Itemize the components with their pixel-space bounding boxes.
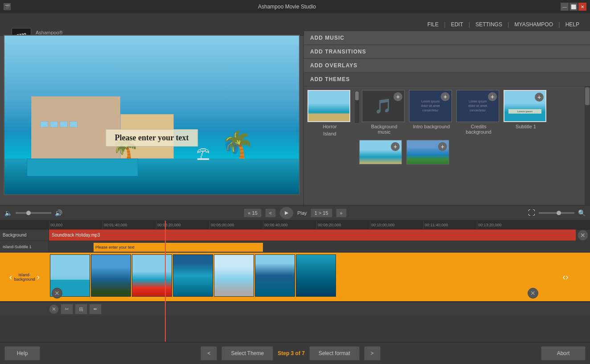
play-button[interactable]: ▶: [279, 207, 294, 219]
cut-tool-button[interactable]: ✂: [61, 304, 73, 315]
video-preview: 🌴 🌴 ⛱ Please enter your text 👣: [4, 35, 300, 195]
zoom-slider[interactable]: [539, 212, 574, 214]
credits-label: Creditsbackground: [456, 124, 501, 135]
window-title: Ashampoo Movie Studio: [13, 4, 561, 10]
app-icon: 🎬: [4, 3, 11, 10]
clips-row: ‹ Island-background ›: [0, 253, 590, 302]
timeline-area: 00,000 00:01:40,000 00:03:20,000 00:05:0…: [0, 221, 590, 342]
split-tool-button[interactable]: ⊞: [75, 304, 87, 315]
theme-card-bgmusic[interactable]: 🎵 + Backgroundmusic: [362, 90, 406, 135]
music-note-icon: 🎵: [374, 98, 392, 115]
bgmusic-label: Backgroundmusic: [362, 124, 406, 135]
bottom-bar: Help < Select Theme Step 3 of 7 Select f…: [0, 342, 590, 364]
clip-thumb-6[interactable]: [255, 254, 295, 297]
menu-file[interactable]: FILE: [424, 20, 442, 29]
background-track: Background Soundtrack Holiday.mp3 ✕: [0, 229, 590, 241]
panel-scrollbar[interactable]: [585, 86, 590, 205]
subtitle-track: Island-Subtitle 1 Please enter your text: [0, 241, 590, 253]
menu-edit[interactable]: EDIT: [447, 20, 467, 29]
clips-right-arrow-right[interactable]: ›: [565, 272, 569, 282]
edit-tool-button[interactable]: ✒: [89, 304, 102, 315]
page-nav-button[interactable]: 1 > 15: [311, 209, 332, 217]
clips-right-panel: ‹ ›: [541, 253, 590, 301]
transport-bar: 🔈 🔊 « 15 < ▶ Play 1 > 15 » ⛶ 🔍: [0, 205, 590, 221]
minimize-button[interactable]: —: [561, 3, 569, 11]
add-row2-2-button[interactable]: +: [438, 142, 447, 151]
close-button[interactable]: ✕: [578, 3, 586, 11]
add-subtitle-button[interactable]: +: [535, 93, 544, 102]
select-format-button[interactable]: Select format: [309, 346, 360, 360]
clips-left-panel: ‹ Island-background ›: [0, 253, 49, 301]
titlebar: 🎬 Ashampoo Movie Studio — ⬜ ✕: [0, 0, 590, 13]
add-intro-button[interactable]: +: [441, 92, 450, 101]
clip-thumb-4[interactable]: [173, 254, 213, 297]
clip-thumb-7[interactable]: [296, 254, 336, 297]
clip-thumb-2[interactable]: [91, 254, 131, 297]
volume-icon: 🔈: [4, 209, 12, 217]
add-row2-1-button[interactable]: +: [391, 142, 400, 151]
add-music-section[interactable]: ADD MUSIC: [304, 31, 590, 45]
theme-card-subtitle[interactable]: Lorem ipsum + Subtitle 1: [504, 90, 548, 129]
theme-main-label: Horror: [307, 124, 352, 129]
theme-sub-label: Island: [307, 131, 352, 136]
clips-right-arrow-left[interactable]: ›: [37, 272, 40, 282]
theme-card-credits[interactable]: Lorem ipsumdolor sit ametconsectetur + C…: [456, 90, 501, 135]
menu-myashampoo[interactable]: MYASHAMPOO: [511, 20, 557, 29]
play-label: Play: [297, 210, 307, 216]
subtitle-bar[interactable]: Please enter your text: [94, 243, 263, 252]
right-panel: ADD MUSIC ADD TRANSITIONS ADD OVERLAYS A…: [303, 31, 590, 205]
remove-bg-track-button[interactable]: ✕: [578, 230, 588, 241]
clips-content: [49, 253, 541, 301]
volume-max-icon: 🔊: [55, 209, 62, 217]
rewind-button[interactable]: « 15: [244, 209, 261, 217]
bg-track-bar: Soundtrack Holiday.mp3: [49, 229, 576, 241]
fullscreen-icon[interactable]: ⛶: [528, 209, 535, 217]
intro-label: Intro background: [409, 124, 454, 129]
timeline-ruler: 00,000 00:01:40,000 00:03:20,000 00:05:0…: [0, 221, 590, 229]
remove-tool-button[interactable]: ✕: [49, 304, 59, 314]
add-credits-button[interactable]: +: [488, 92, 497, 101]
prev-button[interactable]: <: [265, 209, 276, 217]
clips-left-arrow-right[interactable]: ‹: [562, 272, 565, 282]
add-overlays-section[interactable]: ADD OVERLAYS: [304, 59, 590, 73]
preview-text-overlay: Please enter your text: [106, 129, 198, 147]
restore-button[interactable]: ⬜: [570, 3, 578, 11]
clip-thumb-5[interactable]: [214, 254, 254, 297]
tool-row: ✕ ✂ ⊞ ✒: [0, 302, 590, 316]
zoom-out-icon: 🔍: [578, 209, 586, 217]
select-theme-prev-button[interactable]: <: [201, 346, 217, 360]
help-button[interactable]: Help: [4, 346, 40, 360]
fast-fwd-button[interactable]: »: [336, 209, 347, 217]
bg-track-label: Background: [0, 229, 49, 241]
clips-left-arrow[interactable]: ‹: [9, 272, 12, 282]
timeline-tracks: Background Soundtrack Holiday.mp3 ✕ Isla…: [0, 229, 590, 316]
step-indicator: Step 3 of 7: [278, 350, 305, 356]
theme-card-row2-1[interactable]: +: [359, 140, 404, 164]
remove-clips-track-button[interactable]: ✕: [52, 288, 62, 299]
add-transitions-section[interactable]: ADD TRANSITIONS: [304, 45, 590, 59]
add-bgmusic-button[interactable]: +: [393, 92, 402, 101]
menu-help[interactable]: HELP: [562, 20, 583, 29]
clip-thumb-3[interactable]: [132, 254, 172, 297]
menu-settings[interactable]: SETTINGS: [472, 20, 506, 29]
subtitle-track-label: Island-Subtitle 1: [0, 241, 49, 252]
subtitle-label: Subtitle 1: [504, 124, 548, 129]
menubar: FILE | EDIT | SETTINGS | MYASHAMPOO | HE…: [424, 20, 583, 29]
volume-slider[interactable]: [16, 212, 51, 214]
theme-card-main[interactable]: Horror Island: [307, 90, 352, 136]
add-themes-section[interactable]: ADD THEMES: [304, 73, 590, 86]
select-theme-button[interactable]: Select Theme: [221, 346, 273, 360]
select-format-next-button[interactable]: >: [364, 346, 381, 360]
theme-card-row2-2[interactable]: +: [406, 140, 451, 164]
abort-button[interactable]: Abort: [541, 346, 586, 360]
theme-card-intro[interactable]: Lorem ipsumdolor sit ametconsectetur + I…: [409, 90, 454, 129]
remove-clips-track-button-right[interactable]: ✕: [528, 288, 538, 299]
